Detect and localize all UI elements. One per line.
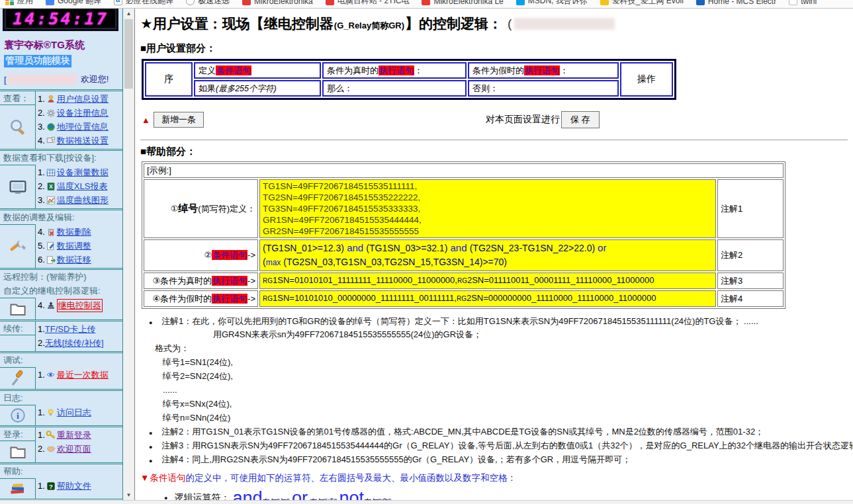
text-segment: not	[339, 488, 364, 500]
sidebar-link-geo-location-info[interactable]: 地理位置信息	[57, 121, 109, 133]
note-2: ● 注解2：用TG1SN_01表示TG1SN设备的第01号传感器的值，格式:AB…	[140, 425, 853, 439]
sidebar-link-device-registration[interactable]: 设备注册信息	[57, 107, 109, 119]
logic-operators: and布尔"与",or 布尔"或",not布尔"非",	[232, 488, 393, 500]
sidebar-item-re-login: 1.重新登录	[38, 428, 122, 442]
bookmark-9[interactable]: 爱科技_爱上网 Evoli	[600, 0, 684, 7]
horizontal-scrollbar[interactable]	[0, 500, 853, 504]
bookmark-2[interactable]: Google 翻译	[46, 0, 101, 7]
scroll-up-arrow[interactable]: ▲	[123, 9, 134, 19]
sidebar-link-temp-xls-report[interactable]: 温度XLS报表	[57, 181, 108, 192]
svg-text:X: X	[49, 183, 53, 190]
sidebar-link-access-log[interactable]: 访问日志	[57, 407, 91, 419]
text-segment: max	[266, 258, 281, 267]
title-post: 】的控制逻辑：	[405, 15, 502, 33]
sidebar-link-wireless-resume[interactable]: 无线[续传/补传]	[45, 337, 104, 349]
bookmark-favicon	[600, 0, 609, 5]
text-segment: 2SN=000000000_11110000_11110000_11000000	[467, 293, 656, 303]
save-button[interactable]: 保 存	[561, 111, 600, 128]
bookmark-label: MikroElektronika Le	[433, 0, 503, 6]
sidebar-link-temp-curve-chart[interactable]: 温度曲线图形	[57, 194, 109, 206]
sidebar-section-login: 登录:1.重新登录2.欢迎页面	[0, 425, 122, 462]
sidebar-link-help-file[interactable]: 帮助文件	[57, 480, 91, 492]
sidebar-section-resume: 续传:1.TF/SD卡上传2.无线[续传/补传]	[0, 319, 122, 351]
section-label: 数据的调整及编辑:	[0, 210, 122, 224]
format-lines: 绰号1=SN1(24位),绰号2=SN2(24位),......绰号x=SNx(…	[140, 355, 853, 425]
sidebar-link-welcome-page[interactable]: 欢迎页面	[57, 443, 91, 455]
exec-statement-highlight: 执行语句	[524, 65, 560, 75]
nickname-strong: 绰号	[178, 202, 198, 214]
section-label: 续传:	[0, 321, 35, 335]
save-hint: 对本页面设置进行	[486, 114, 560, 126]
bookmark-11[interactable]: twini	[789, 0, 817, 6]
text-line: 绰号x=SNx(24位),	[140, 397, 853, 411]
text-line: GR1SN=49FF72067184515535444444,	[263, 214, 713, 226]
bookmark-label: Google 翻译	[58, 0, 101, 7]
true-exec-binary: RG1SN=01010101_11111111_11110000_1100000…	[263, 274, 713, 288]
col-define-condition: 定义条件语句	[194, 62, 321, 79]
scrollbar-thumb[interactable]	[124, 19, 133, 89]
false-exec-row: ④条件为假时的执行语句-> RG1SN=10101010_00000000_11…	[144, 290, 784, 307]
sidebar-link-device-measure-data[interactable]: 设备测量数据	[57, 167, 109, 179]
false-exec-binary: RG1SN=10101010_00000000_11111111_0011111…	[263, 292, 713, 306]
true-label: 条件为真时的	[327, 65, 379, 75]
nickname-def-content: TG1SN=49FF72067184515535111111,TG2SN=49F…	[259, 179, 716, 238]
bookmark-favicon	[789, 0, 797, 5]
settings-header-row-2: 如果(最多255个字符) 那么： 否则：	[145, 80, 673, 97]
sidebar: 14:54:17 寰宇夺标®TG系统 管理员功能模块 [ 欢迎您! 查看：1.用…	[0, 9, 134, 500]
sidebar-link-relay-controller[interactable]: 继电控制器	[57, 299, 103, 312]
bookmark-10[interactable]: Home - MCS Electr	[696, 0, 776, 6]
col-true-exec: 条件为真时的执行语句：	[322, 62, 467, 79]
true-exec-row: ③条件为真时的执行语句-> RG1SN=01010101_11111111_11…	[144, 273, 784, 289]
note-1-text: 注解1：在此，你可以先把用到的TG和GR的设备的绰号（简写符）定义一下：比如用T…	[161, 315, 758, 328]
bookmark-6[interactable]: 电脑百科站 - 2TIC电	[326, 0, 410, 7]
false-exec-label: ④条件为假时的执行语句->	[144, 290, 258, 307]
text-segment: (TG1SN_01>=12.3)	[263, 243, 344, 253]
sidebar-section-remote-control: 远程控制：(智能养护)自定义的继电控制器逻辑:4.继电控制器	[0, 268, 122, 319]
item-number: 3.	[38, 122, 45, 132]
section-label: 登录:	[0, 427, 35, 441]
stamp-icon	[46, 300, 56, 310]
note-cell-2: 注解2	[717, 239, 784, 271]
item-number: 1.	[38, 481, 45, 491]
text-segment: and	[447, 242, 469, 253]
eye-icon	[46, 370, 56, 380]
welcome-text: 欢迎您!	[81, 73, 109, 85]
user-icon	[46, 94, 56, 104]
bookmark-5[interactable]: MikroElektronika	[242, 0, 313, 6]
sidebar-link-re-login[interactable]: 重新登录	[57, 429, 91, 441]
condition-statement-highlight: 条件语句	[216, 65, 251, 75]
sidebar-link-tf-sd-upload[interactable]: TF/SD卡上传	[45, 323, 96, 335]
sidebar-link-data-migrate[interactable]: 数据迁移	[57, 254, 91, 266]
bookmark-8[interactable]: MSDN, 我告诉你	[516, 0, 588, 7]
text-line: 绰号1=SN1(24位),	[140, 355, 853, 369]
scroll-down-arrow[interactable]: ▼	[123, 490, 134, 500]
bookmark-3[interactable]: 必应在线翻译	[114, 0, 173, 7]
bookmark-favicon	[422, 0, 430, 5]
empty-icon-cell	[0, 335, 35, 351]
help-heading: ■帮助部分：	[140, 146, 853, 158]
title-sub: (G_Relay简称GR)	[334, 20, 404, 32]
sidebar-section-debug: 调试:1.最近一次数据	[0, 351, 122, 389]
item-number: 2.	[38, 108, 45, 118]
red-down-triangle-icon: ▼	[140, 473, 149, 483]
excel-icon: X	[46, 181, 56, 191]
bookmark-favicon	[46, 0, 54, 5]
sidebar-link-data-push-settings[interactable]: 数据推送设置	[57, 135, 109, 147]
sidebar-item-access-log: 1.访问日志	[38, 405, 122, 419]
item-number: 1.	[38, 94, 45, 104]
bookmark-7[interactable]: MikroElektronika Le	[422, 0, 503, 6]
nickname-def-label: ①绰号(简写符)定义：	[144, 179, 258, 238]
sidebar-item-temp-xls-report: 2.X温度XLS报表	[38, 179, 122, 193]
bookmark-favicon	[186, 0, 195, 5]
sidebar-scrollbar[interactable]: ▲ ▼	[123, 9, 134, 500]
bookmark-4[interactable]: 极速迷选	[186, 0, 230, 7]
sidebar-link-user-info-settings[interactable]: 用户信息设置	[57, 93, 109, 105]
bookmark-1[interactable]: 应用	[5, 0, 33, 7]
add-row-button[interactable]: 新增一条	[154, 112, 204, 128]
note-3: ● 注解3：用RG1SN表示SN为49FF7206718451553544444…	[140, 439, 853, 452]
sidebar-link-data-delete[interactable]: 数据删除	[57, 226, 91, 238]
sidebar-link-latest-data[interactable]: 最近一次数据	[57, 369, 109, 381]
condition-row: ②条件语句-> (TG1SN_01>=12.3) and (TG1SN_03>=…	[144, 239, 784, 271]
sidebar-item-wireless-resume: 2.无线[续传/补传]	[38, 336, 122, 350]
sidebar-link-data-adjust[interactable]: 数据调整	[57, 240, 91, 252]
